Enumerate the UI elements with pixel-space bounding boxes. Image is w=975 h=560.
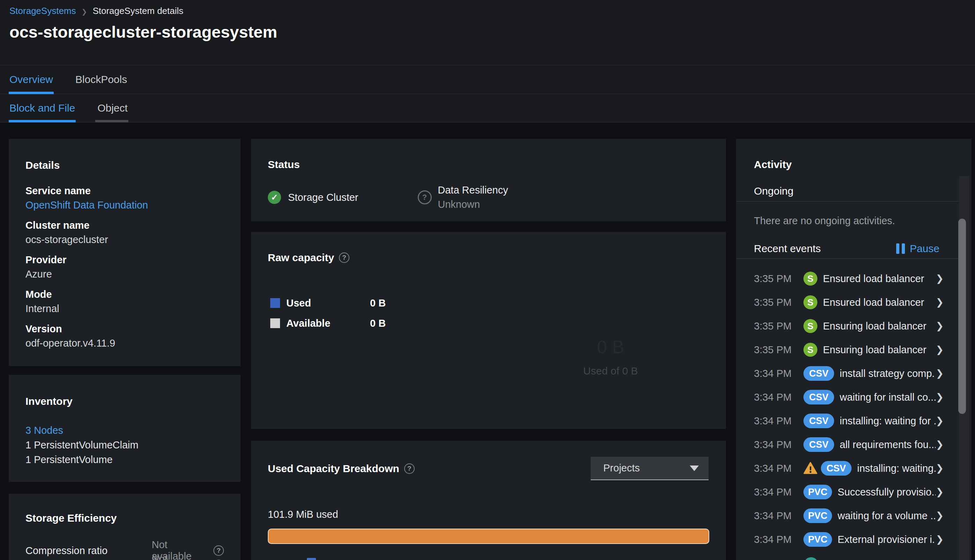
event-row[interactable]: 3:35 PM S Ensured load balancer ❯ [736,290,972,314]
chevron-right-icon[interactable]: ❯ [936,344,943,355]
details-field-value: ocs-storagecluster [25,234,224,245]
details-field: Provider Azure [25,255,224,279]
unknown-question-icon: ? [418,190,432,204]
chevron-right-icon[interactable]: ❯ [936,510,943,521]
event-badges: CSV [803,366,834,381]
warning-icon [803,461,817,475]
secondary-tabs: Block and File Object [0,94,975,122]
event-row[interactable]: 3:34 PM CSV installing: waiting for ... … [736,409,972,433]
event-message: waiting for a volume ... [838,510,936,522]
event-badges: CSV [803,413,834,428]
details-field-label: Version [25,323,224,334]
events-list: 3:35 PM S Ensured load balancer ❯ 3:35 P… [736,267,972,551]
event-badges: S [803,343,817,357]
breadcrumb: StorageSystems ❯ StorageSystem details [9,6,183,17]
chevron-right-icon[interactable]: ❯ [936,297,943,308]
chevron-right-icon[interactable]: ❯ [936,320,943,332]
status-row: ✓ Storage Cluster ? Data Resiliency Unkn… [268,184,709,211]
efficiency-row-value: Not available ? [152,553,224,560]
event-timestamp: 3:34 PM [754,415,795,427]
event-row[interactable]: 3:34 PM PVC Successfully provisio... ❯ [736,480,972,504]
breadcrumb-storagesystems-link[interactable]: StorageSystems [9,6,76,17]
storage-cluster-status: ✓ Storage Cluster [268,191,358,204]
inventory-item[interactable]: 1 PersistentVolume [25,452,224,467]
storage-efficiency-card: Storage Efficiency Compression ratio Not… [9,494,241,560]
ongoing-empty-text: There are no ongoing activities. [754,215,972,226]
event-message: Successfully provisio... [838,487,936,498]
inventory-item[interactable]: 3 Nodes [25,423,224,438]
dropdown-selected-value: Projects [603,462,640,474]
next-event-badge-partial [804,557,818,560]
details-field: Cluster name ocs-storagecluster [25,220,224,245]
event-kind-badge: CSV [803,437,834,452]
event-message: waiting for install co... [840,392,936,403]
storage-efficiency-title: Storage Efficiency [25,512,224,525]
event-row[interactable]: 3:35 PM S Ensuring load balancer ❯ [736,338,972,362]
tab[interactable]: BlockPools [75,65,127,94]
event-kind-badge: S [803,295,817,309]
inventory-item[interactable]: 1 PersistentVolumeClaim [25,438,224,452]
chevron-right-icon[interactable]: ❯ [936,415,943,427]
event-row[interactable]: 3:34 PM CSV install strategy comp... ❯ [736,362,972,385]
breadcrumb-current: StorageSystem details [93,6,183,17]
event-badges: S [803,319,817,333]
status-card-title: Status [268,158,709,171]
storagesystem-details-page: StorageSystems ❯ StorageSystem details o… [0,0,975,560]
tab[interactable]: Block and File [9,94,75,122]
help-icon[interactable]: ? [339,252,349,263]
details-field-label: Mode [25,289,224,300]
event-message: installing: waiting for ... [840,415,936,427]
event-kind-badge: PVC [803,508,832,523]
efficiency-row-label: Compression ratio [25,545,152,557]
breadcrumb-separator-icon: ❯ [82,7,87,16]
tab[interactable]: Overview [9,65,53,94]
event-row[interactable]: 3:35 PM S Ensuring load balancer ❯ [736,314,972,338]
help-icon[interactable]: ? [404,463,415,474]
status-card: Status ✓ Storage Cluster ? Data Resilien… [251,139,726,222]
raw-capacity-card: Raw capacity ? Used 0 B Available 0 B [251,232,726,429]
tab-label: BlockPools [75,73,127,85]
chevron-right-icon[interactable]: ❯ [936,273,943,284]
raw-capacity-title: Raw capacity [268,252,334,264]
tab[interactable]: Object [97,94,128,122]
event-kind-badge: CSV [821,461,852,476]
event-message: installing: waiting... [857,463,936,474]
details-field: Mode Internal [25,289,224,314]
recent-events-heading: Recent events [754,243,821,254]
scrollbar-thumb[interactable] [958,218,966,414]
event-row[interactable]: 3:34 PM PVC waiting for a volume ... ❯ [736,504,972,528]
legend-swatch [270,298,280,308]
pause-label: Pause [910,243,940,254]
event-badges: CSV [803,390,834,405]
details-fields: Service name OpenShift Data Foundation C… [25,185,224,348]
event-timestamp: 3:35 PM [754,273,795,285]
event-row[interactable]: 3:34 PM CSV waiting for install co... ❯ [736,385,972,409]
event-message: Ensured load balancer [823,297,936,308]
success-check-icon: ✓ [268,191,281,204]
chevron-right-icon[interactable]: ❯ [936,463,943,474]
chevron-right-icon[interactable]: ❯ [936,368,943,379]
details-field-value: odf-operator.v4.11.9 [25,338,224,348]
event-row[interactable]: 3:34 PM PVC External provisioner i... ❯ [736,528,972,551]
scrollbar-track[interactable] [959,176,969,560]
event-timestamp: 3:34 PM [754,487,795,498]
inventory-list: 3 Nodes 1 PersistentVolumeClaim 1 Persis… [25,423,224,467]
chevron-right-icon[interactable]: ❯ [936,534,943,545]
event-row[interactable]: 3:34 PM CSV installing: waiting... ❯ [736,457,972,480]
details-field-label: Provider [25,255,224,265]
chevron-right-icon[interactable]: ❯ [936,439,943,450]
projects-dropdown[interactable]: Projects [591,457,708,480]
storage-cluster-label: Storage Cluster [288,192,358,203]
storage-efficiency-rows: Compression ratio Not available ? Saving… [25,539,224,560]
chevron-right-icon[interactable]: ❯ [936,487,943,498]
used-capacity-text: 101.9 MiB used [268,509,709,520]
event-kind-badge: CSV [803,366,834,381]
divider [736,258,959,259]
pause-button[interactable]: Pause [896,243,940,254]
chevron-right-icon[interactable]: ❯ [936,392,943,403]
event-row[interactable]: 3:34 PM CSV all requirements fou... ❯ [736,433,972,457]
details-field-label: Service name [25,185,224,196]
event-row[interactable]: 3:35 PM S Ensured load balancer ❯ [736,267,972,290]
event-message: install strategy comp... [840,368,936,379]
event-message: all requirements fou... [840,439,936,450]
